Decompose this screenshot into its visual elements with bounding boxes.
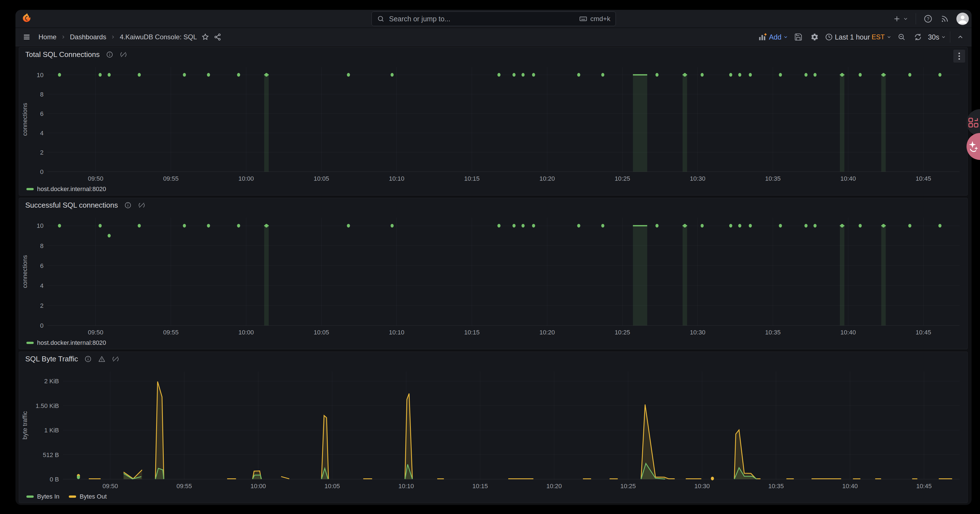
share-icon [213, 33, 222, 41]
user-avatar[interactable] [956, 13, 969, 25]
svg-text:6: 6 [40, 262, 43, 269]
streaming-off-icon[interactable] [112, 355, 119, 363]
panel-header[interactable]: Successful SQL connections [19, 198, 967, 212]
info-icon[interactable] [106, 51, 113, 59]
warning-icon[interactable] [98, 355, 106, 363]
svg-text:10:45: 10:45 [916, 329, 931, 336]
news-button[interactable] [940, 14, 949, 23]
timezone-label: EST [872, 33, 885, 41]
rss-icon [940, 14, 949, 23]
mega-menu-button[interactable] [21, 31, 33, 43]
search-input[interactable] [389, 14, 579, 23]
svg-text:10:35: 10:35 [765, 329, 781, 336]
svg-text:09:50: 09:50 [102, 482, 118, 490]
chevron-right-icon [61, 35, 65, 39]
add-panel-icon [758, 33, 767, 41]
add-label: Add [769, 33, 781, 41]
svg-text:6: 6 [40, 110, 43, 117]
svg-text:4: 4 [40, 130, 43, 136]
svg-text:10:40: 10:40 [840, 175, 856, 182]
panel-total-sql-connections: Total SQL Connections 09: [19, 47, 968, 195]
panel-menu-button[interactable] [953, 50, 965, 63]
legend-item[interactable]: host.docker.internal:8020 [26, 339, 106, 346]
info-icon[interactable] [124, 201, 132, 209]
svg-text:10: 10 [37, 222, 43, 229]
svg-text:10:30: 10:30 [690, 175, 705, 182]
refresh-button[interactable] [912, 31, 924, 43]
svg-text:2 KiB: 2 KiB [44, 378, 59, 385]
grafana-logo[interactable] [21, 13, 33, 24]
panel-header[interactable]: SQL Byte Traffic [19, 352, 967, 366]
chevron-down-icon [886, 35, 891, 40]
favorite-button[interactable] [199, 31, 212, 43]
svg-text:10:35: 10:35 [765, 175, 781, 182]
panel-title: Total SQL Connections [25, 50, 100, 59]
breadcrumb-current: 4.KaiwuDB Console: SQL [119, 33, 197, 41]
toolbar-right: Add [758, 31, 967, 43]
search-icon [377, 15, 385, 23]
legend-item[interactable]: Bytes Out [69, 493, 107, 500]
svg-text:10:15: 10:15 [464, 175, 480, 182]
svg-text:10:35: 10:35 [768, 482, 784, 490]
svg-text:10:30: 10:30 [690, 329, 705, 336]
panel-header[interactable]: Total SQL Connections [19, 48, 967, 62]
dashboard-toolbar: Home Dashboards 4.KaiwuDB Console: SQL [16, 28, 972, 46]
hamburger-icon [22, 33, 31, 41]
share-button[interactable] [212, 31, 224, 43]
top-nav-right: ? [892, 10, 969, 28]
streaming-off-icon[interactable] [138, 201, 145, 209]
successful-sql-connections-chart[interactable]: 09:5009:5510:0010:0510:1010:1510:2010:25… [21, 212, 966, 338]
svg-text:8: 8 [40, 91, 43, 98]
svg-text:10:20: 10:20 [539, 175, 555, 182]
zoom-out-time-button[interactable] [896, 31, 908, 43]
collapse-toolbar-button[interactable] [954, 31, 967, 43]
svg-text:connections: connections [21, 103, 29, 136]
svg-text:10:00: 10:00 [250, 482, 266, 490]
nav-divider [916, 13, 916, 24]
sql-byte-traffic-chart[interactable]: 09:5009:5510:0010:0510:1010:1510:2010:25… [21, 366, 966, 492]
svg-text:10:25: 10:25 [620, 482, 636, 490]
breadcrumb-dashboards[interactable]: Dashboards [70, 33, 106, 41]
svg-text:10:05: 10:05 [325, 482, 340, 490]
svg-text:10:45: 10:45 [916, 482, 932, 490]
legend-item[interactable]: Bytes In [26, 493, 59, 500]
help-button[interactable]: ? [923, 14, 933, 24]
refresh-icon [914, 33, 922, 41]
panel-legend: host.docker.internal:8020 [26, 185, 106, 194]
dashboard-settings-button[interactable] [808, 31, 821, 43]
svg-text:10:40: 10:40 [842, 482, 858, 490]
svg-text:09:55: 09:55 [163, 329, 178, 336]
svg-text:10:10: 10:10 [398, 482, 414, 490]
grafana-window: cmd+k [16, 10, 972, 505]
panel-title: Successful SQL connections [25, 201, 118, 209]
svg-text:10:20: 10:20 [539, 329, 555, 336]
screen: cmd+k [0, 0, 980, 514]
top-nav: cmd+k [16, 10, 972, 28]
streaming-off-icon[interactable] [119, 51, 127, 59]
svg-text:10:15: 10:15 [472, 482, 488, 490]
svg-text:?: ? [927, 17, 929, 21]
svg-text:0 B: 0 B [50, 476, 59, 483]
legend-item[interactable]: host.docker.internal:8020 [26, 186, 106, 193]
save-dashboard-button[interactable] [792, 31, 805, 43]
svg-text:09:55: 09:55 [177, 482, 192, 490]
svg-text:4: 4 [40, 282, 43, 289]
add-button[interactable]: Add [758, 33, 788, 41]
chevron-down-icon [783, 35, 788, 40]
keyboard-icon [579, 14, 587, 23]
gear-icon [810, 33, 819, 41]
refresh-interval-picker[interactable]: 30s [928, 33, 946, 41]
global-search[interactable]: cmd+k [372, 11, 616, 26]
total-sql-connections-chart[interactable]: 09:5009:5510:0010:0510:1010:1510:2010:25… [21, 62, 966, 184]
breadcrumb-home[interactable]: Home [38, 33, 56, 41]
time-range-picker[interactable]: Last 1 hour EST [825, 33, 891, 41]
svg-text:10:00: 10:00 [239, 175, 254, 182]
svg-text:10:10: 10:10 [389, 329, 404, 336]
search-shortcut-label: cmd+k [590, 15, 610, 23]
svg-text:10:25: 10:25 [615, 329, 630, 336]
panel-title: SQL Byte Traffic [25, 355, 78, 363]
svg-text:512 B: 512 B [43, 451, 59, 458]
info-icon[interactable] [84, 355, 92, 363]
new-menu-button[interactable] [892, 14, 908, 23]
chevron-down-icon [941, 35, 946, 40]
